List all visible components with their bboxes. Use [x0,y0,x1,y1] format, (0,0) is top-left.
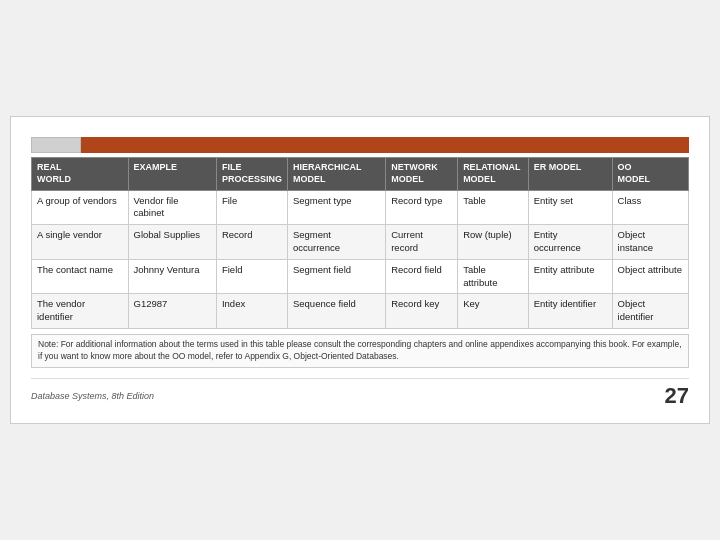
table-header-row: REALWORLD EXAMPLE FILEPROCESSING HIERARC… [32,158,689,190]
table-row: The contact nameJohnny VenturaFieldSegme… [32,259,689,294]
slide-container: REALWORLD EXAMPLE FILEPROCESSING HIERARC… [10,116,710,424]
col-real-world: REALWORLD [32,158,129,190]
table-cell: File [216,190,287,225]
table-cell: Record type [386,190,458,225]
table-note: Note: For additional information about t… [31,334,689,368]
table-cell: Segment occurrence [287,225,385,260]
table-cell: Record key [386,294,458,329]
table-row: A group of vendorsVendor file cabinetFil… [32,190,689,225]
col-er-model: ER MODEL [528,158,612,190]
footer: Database Systems, 8th Edition 27 [31,378,689,409]
col-file-processing: FILEPROCESSING [216,158,287,190]
table-cell: Entity occurrence [528,225,612,260]
citation: Database Systems, 8th Edition [31,391,154,401]
table-number [31,137,81,153]
table-cell: Sequence field [287,294,385,329]
table-cell: Vendor file cabinet [128,190,216,225]
page-number: 27 [665,383,689,409]
table-cell: The contact name [32,259,129,294]
table-cell: The vendor identifier [32,294,129,329]
table-row: A single vendorGlobal SuppliesRecordSegm… [32,225,689,260]
table-cell: Global Supplies [128,225,216,260]
table-cell: A single vendor [32,225,129,260]
table-cell: Entity set [528,190,612,225]
table-cell: Entity identifier [528,294,612,329]
col-hierarchical-model: HIERARCHICALMODEL [287,158,385,190]
comparison-table: REALWORLD EXAMPLE FILEPROCESSING HIERARC… [31,157,689,329]
table-title [81,137,689,153]
table-cell: Object instance [612,225,688,260]
table-cell: Index [216,294,287,329]
table-row: The vendor identifierG12987IndexSequence… [32,294,689,329]
col-example: EXAMPLE [128,158,216,190]
table-cell: Entity attribute [528,259,612,294]
table-cell: Table [458,190,529,225]
table-cell: G12987 [128,294,216,329]
col-relational-model: RELATIONALMODEL [458,158,529,190]
table-cell: Johnny Ventura [128,259,216,294]
col-network-model: NETWORKMODEL [386,158,458,190]
table-cell: Record field [386,259,458,294]
table-cell: Record [216,225,287,260]
table-cell: A group of vendors [32,190,129,225]
table-cell: Segment type [287,190,385,225]
table-cell: Field [216,259,287,294]
table-cell: Object attribute [612,259,688,294]
col-oo-model: OOMODEL [612,158,688,190]
table-cell: Row (tuple) [458,225,529,260]
table-cell: Table attribute [458,259,529,294]
table-cell: Object identifier [612,294,688,329]
table-header-row [31,137,689,153]
table-cell: Class [612,190,688,225]
table-cell: Segment field [287,259,385,294]
table-cell: Current record [386,225,458,260]
table-cell: Key [458,294,529,329]
